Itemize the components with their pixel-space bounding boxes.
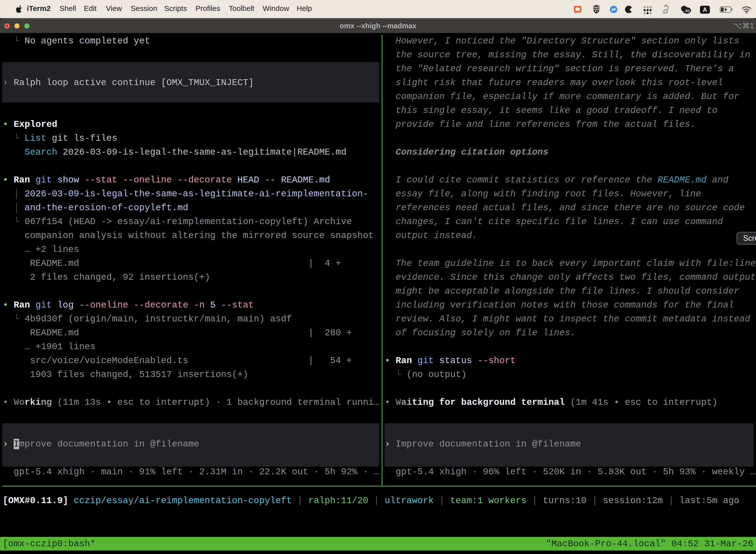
svg-text:A: A <box>703 6 707 13</box>
svg-text:..61: ..61 <box>684 8 690 13</box>
